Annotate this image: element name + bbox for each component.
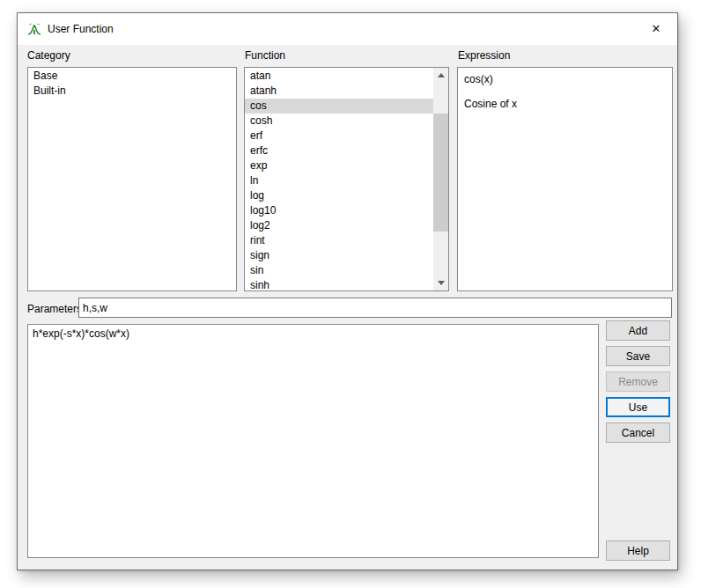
scroll-down-button[interactable]	[433, 276, 448, 290]
function-item[interactable]: log2	[245, 218, 433, 233]
close-button[interactable]: ✕	[637, 13, 675, 43]
function-item[interactable]: erfc	[245, 143, 433, 158]
close-icon: ✕	[652, 22, 661, 35]
function-item[interactable]: cosh	[245, 114, 433, 129]
scrollbar-thumb[interactable]	[433, 114, 448, 232]
category-label: Category	[27, 49, 70, 62]
function-item[interactable]: erf	[245, 129, 433, 143]
use-button[interactable]: Use	[606, 397, 670, 417]
function-item[interactable]: sinh	[245, 278, 433, 291]
user-function-dialog: User Function ✕ Category Function Expres…	[17, 12, 678, 570]
cancel-button[interactable]: Cancel	[606, 423, 670, 443]
expression-label: Expression	[458, 49, 510, 62]
function-item-selected[interactable]: cos	[245, 99, 433, 114]
category-listbox[interactable]: Base Built-in	[27, 67, 237, 291]
save-button[interactable]: Save	[606, 346, 670, 366]
chevron-up-icon	[438, 73, 445, 77]
function-item[interactable]: sign	[245, 248, 433, 263]
function-item[interactable]: ln	[245, 173, 433, 188]
scroll-up-button[interactable]	[433, 68, 448, 83]
definition-textarea[interactable]: h*exp(-s*x)*cos(w*x)	[27, 324, 599, 558]
function-item[interactable]: log10	[245, 203, 433, 218]
expression-formula: cos(x)	[464, 73, 672, 85]
parameters-input[interactable]	[78, 298, 672, 318]
parameters-label: Parameters	[27, 303, 82, 315]
function-listbox[interactable]: atan atanh cos cosh erf erfc exp ln log …	[244, 67, 449, 291]
app-icon	[27, 22, 41, 36]
titlebar: User Function ✕	[18, 13, 677, 45]
add-button[interactable]: Add	[606, 320, 670, 341]
function-scrollbar[interactable]	[433, 68, 448, 290]
window-title: User Function	[48, 23, 114, 35]
function-label: Function	[245, 49, 285, 62]
function-item[interactable]: sin	[245, 263, 433, 278]
function-item[interactable]: atan	[245, 69, 433, 84]
expression-pane: cos(x) Cosine of x	[457, 67, 673, 291]
chevron-down-icon	[438, 281, 445, 285]
function-item[interactable]: log	[245, 188, 433, 203]
function-item[interactable]: exp	[245, 158, 433, 173]
category-item[interactable]: Base	[28, 69, 236, 84]
help-button[interactable]: Help	[606, 540, 670, 561]
function-item[interactable]: rint	[245, 233, 433, 248]
remove-button[interactable]: Remove	[606, 371, 670, 392]
function-item[interactable]: atanh	[245, 84, 433, 99]
expression-description: Cosine of x	[464, 98, 672, 110]
category-item[interactable]: Built-in	[28, 84, 236, 99]
